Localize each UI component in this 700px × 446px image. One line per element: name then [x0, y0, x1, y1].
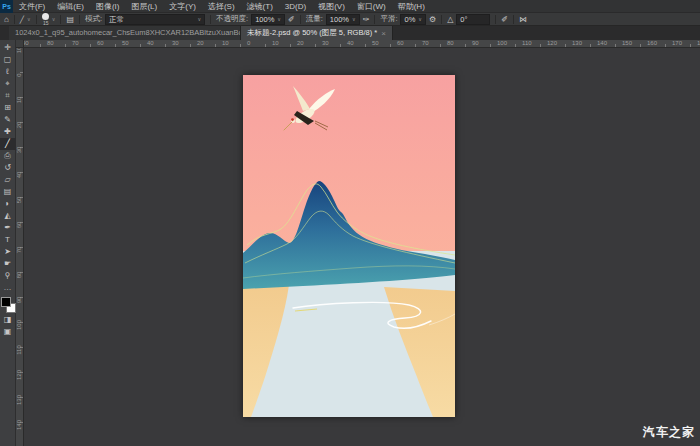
eraser-tool[interactable]: ▱	[0, 174, 16, 186]
menu-bar: Ps 文件(F) 编辑(E) 图像(I) 图层(L) 文字(Y) 选择(S) 滤…	[0, 0, 700, 13]
flow-select[interactable]: 100% ∨	[326, 14, 360, 25]
canvas-pasteboard	[24, 48, 700, 446]
h-ruler-label: 50	[122, 40, 129, 46]
smoothing-label: 平滑:	[380, 14, 397, 24]
brush-tip-icon	[42, 13, 49, 20]
document-tab-jpg[interactable]: 1024x0_1_q95_autohomecar_ChsEum8XHCXAR12…	[9, 26, 241, 40]
v-ruler-label: 90	[16, 290, 24, 310]
v-ruler-label: 120	[16, 365, 24, 385]
crane-crown	[291, 118, 294, 121]
menu-filter[interactable]: 滤镜(T)	[241, 0, 279, 13]
vertical-ruler[interactable]: 100102030405060708090100110120130140	[16, 48, 24, 446]
h-ruler-label: 150	[622, 40, 632, 46]
menu-window[interactable]: 窗口(W)	[351, 0, 392, 13]
crop-tool[interactable]: ⌗	[0, 90, 16, 102]
document-canvas[interactable]	[243, 75, 455, 417]
brush-size-value: 15	[43, 20, 49, 26]
lasso-tool[interactable]: ℓ	[0, 66, 16, 78]
marquee-tool[interactable]: ▢	[0, 54, 16, 66]
v-ruler-label: 60	[16, 215, 24, 235]
quick-selection-tool[interactable]: ⌖	[0, 78, 16, 90]
flow-label: 流量:	[306, 14, 323, 24]
mode-label: 模式:	[85, 14, 102, 24]
h-ruler-label: 20	[197, 40, 204, 46]
ruler-origin-corner[interactable]	[16, 40, 24, 48]
h-ruler-label: 80	[47, 40, 54, 46]
gradient-tool[interactable]: ▤	[0, 186, 16, 198]
h-ruler-label: 10	[222, 40, 229, 46]
chevron-down-icon: ∨	[197, 15, 201, 24]
history-brush-tool[interactable]: ↺	[0, 162, 16, 174]
h-ruler-label: 60	[397, 40, 404, 46]
brush-angle-input[interactable]: 0°	[456, 14, 490, 25]
document-tab-psd-active[interactable]: 未标题-2.psd @ 50% (图层 5, RGB/8) * ×	[241, 26, 393, 40]
h-ruler-label: 100	[497, 40, 507, 46]
path-selection-tool[interactable]: ➤	[0, 246, 16, 258]
eyedropper-tool[interactable]: ✎	[0, 114, 16, 126]
h-ruler-label: 70	[72, 40, 79, 46]
paint-symmetry-icon[interactable]: ⋈	[519, 13, 527, 26]
close-icon[interactable]: ×	[381, 29, 386, 38]
more-tools[interactable]: …	[0, 282, 16, 294]
type-tool[interactable]: T	[0, 234, 16, 246]
horizontal-ruler[interactable]: 9080706050403020100102030405060708090100…	[16, 40, 700, 48]
foreground-color-swatch[interactable]	[1, 297, 11, 307]
healing-brush-tool[interactable]: ✚	[0, 126, 16, 138]
quick-mask-button[interactable]: ◨	[0, 314, 16, 326]
home-icon[interactable]: ⌂	[4, 13, 9, 26]
v-ruler-label: 130	[16, 390, 24, 410]
brush-preset-icon[interactable]: ╱	[20, 13, 24, 26]
h-ruler-label: 80	[447, 40, 454, 46]
v-ruler-label: 110	[16, 340, 24, 360]
color-swatches[interactable]	[0, 296, 16, 314]
menu-select[interactable]: 选择(S)	[202, 0, 241, 13]
photoshop-logo-icon: Ps	[0, 0, 13, 13]
v-ruler-label: 100	[16, 315, 24, 335]
h-ruler-label: 30	[172, 40, 179, 46]
zoom-tool[interactable]: ⚲	[0, 270, 16, 282]
menu-view[interactable]: 视图(V)	[312, 0, 351, 13]
v-ruler-label: 0	[16, 65, 24, 85]
dodge-tool[interactable]: ◭	[0, 210, 16, 222]
menu-file[interactable]: 文件(F)	[13, 0, 51, 13]
menu-layer[interactable]: 图层(L)	[125, 0, 163, 13]
mode-select[interactable]: 正常 ∨	[105, 14, 205, 25]
v-ruler-label: 80	[16, 265, 24, 285]
v-ruler-label: 70	[16, 240, 24, 260]
h-ruler-label: 0	[247, 40, 250, 46]
frame-tool[interactable]: ⊞	[0, 102, 16, 114]
hand-tool[interactable]: ☛	[0, 258, 16, 270]
opacity-select[interactable]: 100% ∨	[251, 14, 285, 25]
airbrush-icon[interactable]: ✑	[363, 13, 370, 26]
screen-mode-button[interactable]: ▣	[0, 326, 16, 338]
blur-tool[interactable]: ◗	[0, 198, 16, 210]
brush-tip-preview[interactable]: 15	[42, 13, 49, 26]
chevron-down-icon: ∨	[277, 15, 281, 24]
menu-image[interactable]: 图像(I)	[90, 0, 126, 13]
h-ruler-label: 90	[472, 40, 479, 46]
document-tab-bar: 1024x0_1_q95_autohomecar_ChsEum8XHCXAR12…	[0, 26, 700, 40]
v-ruler-label: 10	[16, 90, 24, 110]
smoothing-select[interactable]: 0% ∨	[400, 14, 426, 25]
move-tool[interactable]: ✛	[0, 42, 16, 54]
brush-settings-panel-icon[interactable]: ▤	[66, 13, 74, 26]
h-ruler-label: 170	[672, 40, 682, 46]
brush-tool[interactable]: ╱	[0, 138, 16, 150]
v-ruler-label: 10	[16, 48, 24, 60]
chevron-down-icon: ∨	[418, 15, 422, 24]
menu-help[interactable]: 帮助(H)	[392, 0, 431, 13]
tool-bar: ✛▢ℓ⌖⌗⊞✎✚╱⎙↺▱▤◗◭✒T➤☛⚲…◨▣	[0, 40, 16, 446]
v-ruler-label: 140	[16, 415, 24, 435]
clone-stamp-tool[interactable]: ⎙	[0, 150, 16, 162]
brush-angle-icon: △	[447, 13, 453, 26]
h-ruler-label: 70	[422, 40, 429, 46]
menu-type[interactable]: 文字(Y)	[163, 0, 202, 13]
smoothing-gear-icon[interactable]: ⚙	[429, 13, 436, 26]
menu-edit[interactable]: 编辑(E)	[51, 0, 90, 13]
opacity-pressure-icon[interactable]: ✐	[288, 13, 295, 26]
h-ruler-label: 20	[297, 40, 304, 46]
size-pressure-icon[interactable]: ✐	[501, 13, 508, 26]
h-ruler-label: 140	[597, 40, 607, 46]
menu-3d[interactable]: 3D(D)	[279, 0, 312, 13]
pen-tool[interactable]: ✒	[0, 222, 16, 234]
